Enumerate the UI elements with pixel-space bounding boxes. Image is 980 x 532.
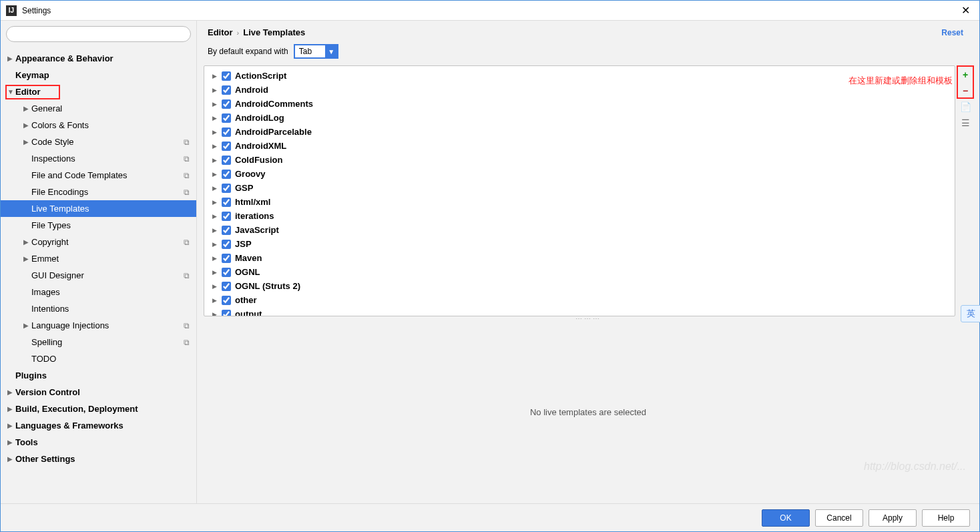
sidebar-item-version-control[interactable]: ▶Version Control [1,384,196,401]
copy-template-button[interactable]: 📄 [959,100,972,113]
group-checkbox[interactable] [222,310,231,316]
expand-arrow-icon[interactable]: ▶ [212,227,220,234]
add-template-button[interactable]: + [959,68,972,81]
sidebar-item-file-and-code-templates[interactable]: File and Code Templates⧉ [1,167,196,184]
group-checkbox[interactable] [222,127,231,137]
sidebar-item-editor[interactable]: ▼Editor [1,83,196,100]
tree-label: Images [31,287,60,297]
template-groups-list[interactable]: ▶ActionScript▶Android▶AndroidComments▶An… [204,66,955,316]
sidebar-item-tools[interactable]: ▶Tools [1,434,196,451]
template-group-groovy[interactable]: ▶Groovy [204,167,955,181]
group-checkbox[interactable] [222,85,231,95]
group-checkbox[interactable] [222,156,231,165]
settings-tree[interactable]: ▶Appearance & BehaviorKeymap▼Editor▶Gene… [1,47,196,503]
template-group-ognl[interactable]: ▶OGNL [204,265,955,279]
expand-arrow-icon: ▶ [23,255,31,262]
group-checkbox[interactable] [222,113,231,123]
expand-arrow-icon[interactable]: ▶ [212,115,220,121]
tree-label: General [31,103,62,113]
sidebar-item-copyright[interactable]: ▶Copyright⧉ [1,234,196,250]
chevron-down-icon[interactable]: ▼ [325,45,337,57]
expand-arrow-icon[interactable]: ▶ [212,255,220,262]
group-checkbox[interactable] [222,184,231,193]
expand-arrow-icon[interactable]: ▶ [212,143,220,150]
sidebar-item-plugins[interactable]: Plugins [1,367,196,384]
template-group-gsp[interactable]: ▶GSP [204,181,955,195]
sidebar-item-appearance-behavior[interactable]: ▶Appearance & Behavior [1,50,196,67]
sidebar-item-keymap[interactable]: Keymap [1,67,196,83]
expand-select[interactable]: Tab ▼ [294,44,338,59]
template-group-iterations[interactable]: ▶iterations [204,209,955,223]
expand-arrow-icon[interactable]: ▶ [212,311,220,316]
template-group-javascript[interactable]: ▶JavaScript [204,223,955,237]
sidebar-item-spelling[interactable]: Spelling⧉ [1,334,196,350]
sidebar-item-emmet[interactable]: ▶Emmet [1,250,196,267]
ok-button[interactable]: OK [762,509,810,527]
cancel-button[interactable]: Cancel [815,509,863,527]
group-checkbox[interactable] [222,71,231,81]
group-checkbox[interactable] [222,296,231,305]
close-icon[interactable]: ✕ [957,4,974,17]
expand-arrow-icon[interactable]: ▶ [212,283,220,290]
group-checkbox[interactable] [222,212,231,221]
expand-arrow-icon[interactable]: ▶ [212,101,220,107]
sidebar-item-file-types[interactable]: File Types [1,217,196,234]
sidebar-item-languages-frameworks[interactable]: ▶Languages & Frameworks [1,417,196,434]
breadcrumb-root[interactable]: Editor [208,27,233,37]
template-group-actionscript[interactable]: ▶ActionScript [204,69,955,83]
expand-arrow-icon[interactable]: ▶ [212,171,220,178]
template-group-ognl-struts-2-[interactable]: ▶OGNL (Struts 2) [204,279,955,293]
sidebar-item-file-encodings[interactable]: File Encodings⧉ [1,184,196,200]
group-checkbox[interactable] [222,254,231,263]
sidebar-item-language-injections[interactable]: ▶Language Injections⧉ [1,317,196,334]
group-checkbox[interactable] [222,268,231,277]
group-checkbox[interactable] [222,282,231,291]
sidebar-item-general[interactable]: ▶General [1,100,196,117]
sidebar-item-inspections[interactable]: Inspections⧉ [1,150,196,167]
group-checkbox[interactable] [222,142,231,151]
template-group-html-xml[interactable]: ▶html/xml [204,195,955,209]
group-checkbox[interactable] [222,170,231,179]
template-group-coldfusion[interactable]: ▶ColdFusion [204,153,955,167]
expand-arrow-icon[interactable]: ▶ [212,73,220,79]
template-group-maven[interactable]: ▶Maven [204,251,955,265]
reset-link[interactable]: Reset [941,28,963,37]
group-checkbox[interactable] [222,240,231,249]
template-group-androidcomments[interactable]: ▶AndroidComments [204,97,955,111]
sidebar-item-todo[interactable]: TODO [1,350,196,367]
group-name: other [235,295,257,305]
sidebar-item-code-style[interactable]: ▶Code Style⧉ [1,134,196,150]
group-checkbox[interactable] [222,99,231,109]
template-group-androidxml[interactable]: ▶AndroidXML [204,139,955,153]
template-group-other[interactable]: ▶other [204,293,955,307]
sidebar-item-gui-designer[interactable]: GUI Designer⧉ [1,267,196,284]
sidebar-item-intentions[interactable]: Intentions [1,300,196,317]
expand-arrow-icon[interactable]: ▶ [212,213,220,220]
sidebar-item-images[interactable]: Images [1,284,196,300]
remove-template-button[interactable]: − [959,84,972,97]
template-group-androidparcelable[interactable]: ▶AndroidParcelable [204,125,955,139]
help-button[interactable]: Help [922,509,970,527]
group-checkbox[interactable] [222,198,231,207]
expand-arrow-icon[interactable]: ▶ [212,269,220,276]
expand-arrow-icon[interactable]: ▶ [212,199,220,206]
template-group-android[interactable]: ▶Android [204,83,955,97]
template-group-androidlog[interactable]: ▶AndroidLog [204,111,955,125]
sidebar-item-live-templates[interactable]: Live Templates [1,200,196,217]
template-group-output[interactable]: ▶output [204,307,955,316]
settings-template-button[interactable]: ☰ [959,116,972,129]
expand-arrow-icon[interactable]: ▶ [212,157,220,164]
template-group-jsp[interactable]: ▶JSP [204,237,955,251]
group-checkbox[interactable] [222,226,231,235]
expand-arrow-icon[interactable]: ▶ [212,297,220,304]
sidebar-item-colors-fonts[interactable]: ▶Colors & Fonts [1,117,196,134]
search-input[interactable] [6,26,191,42]
expand-arrow-icon[interactable]: ▶ [212,241,220,248]
sidebar-item-build-execution-deployment[interactable]: ▶Build, Execution, Deployment [1,401,196,417]
expand-arrow-icon[interactable]: ▶ [212,129,220,136]
scope-icon: ⧉ [184,138,190,147]
expand-arrow-icon[interactable]: ▶ [212,87,220,93]
sidebar-item-other-settings[interactable]: ▶Other Settings [1,451,196,467]
expand-arrow-icon[interactable]: ▶ [212,185,220,192]
apply-button[interactable]: Apply [869,509,917,527]
